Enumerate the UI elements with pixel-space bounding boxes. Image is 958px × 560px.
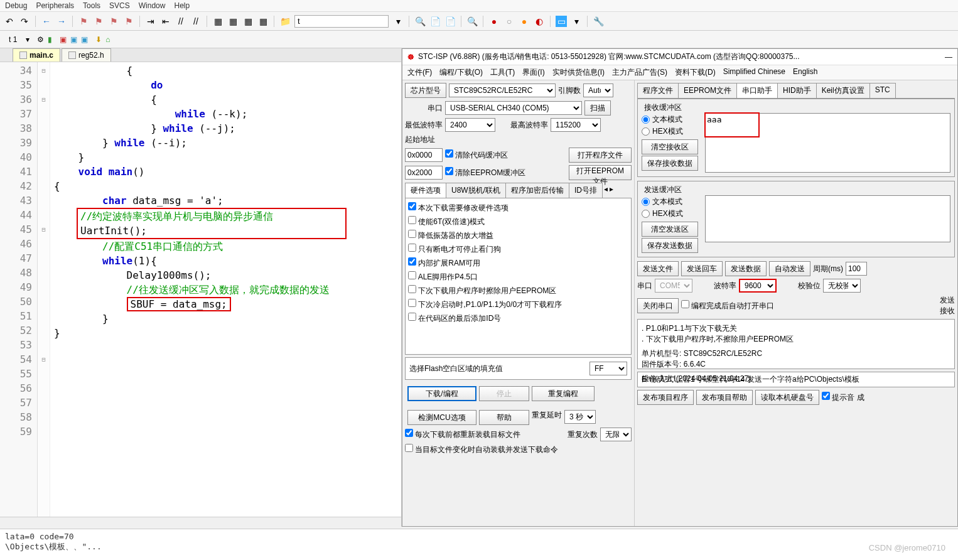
stop-button[interactable]: 停止 [479,386,529,401]
clear-eeprom-chk[interactable] [445,167,453,175]
hw-options-list[interactable]: 本次下载需要修改硬件选项 使能6T(双倍速)模式 降低振荡器的放大增益 只有断电… [405,198,632,355]
save-rx-button[interactable]: 保存接收数据 [642,156,698,171]
stc-menu-program[interactable]: 编程/下载(O) [439,67,483,78]
tab-progfile[interactable]: 程序文件 [637,83,679,98]
stc-menu-stock[interactable]: 实时供货信息(I) [552,67,605,78]
help-button[interactable]: 帮助 [479,410,529,425]
period-input[interactable] [846,262,867,276]
stc-menu-ads[interactable]: 主力产品广告(S) [612,67,667,78]
redo-icon[interactable]: ↷ [19,16,30,27]
scan-button[interactable]: 扫描 [584,100,611,116]
minimize-icon[interactable]: — [945,53,952,62]
tx-hex-radio[interactable] [642,210,650,218]
send-file-button[interactable]: 发送文件 [637,261,679,276]
dot-red2-icon[interactable]: ◐ [534,16,545,27]
search-dd-icon[interactable]: ▾ [392,16,404,27]
comment-icon[interactable]: // [175,16,186,27]
back-icon[interactable]: ← [41,16,52,27]
close-port-button[interactable]: 关闭串口 [637,298,679,313]
block4-icon[interactable]: ▦ [257,16,269,27]
uart-port-select[interactable]: COM5 [655,279,692,293]
pin-select[interactable]: Auto [583,83,613,97]
dot-orange-icon[interactable]: ● [519,16,530,27]
h-scrollbar[interactable] [0,517,401,527]
tabs-scroll-icon[interactable]: ◂ ▸ [602,183,615,198]
tab-reg52-h[interactable]: reg52.h [62,48,111,62]
dot-gray-icon[interactable]: ○ [503,16,515,27]
doc2-icon[interactable]: 📄 [444,16,456,27]
detect-mcu-button[interactable]: 检测MCU选项 [407,410,476,425]
save-tx-button[interactable]: 保存发送数据 [642,238,698,253]
code-editor[interactable]: 3435363738394041424344454647484950515253… [0,62,401,517]
folder-icon[interactable]: 📁 [279,16,291,27]
tab-eepromfile[interactable]: EEPROM文件 [678,83,737,98]
hw-opt[interactable]: 本次下载需要修改硬件选项 [408,201,628,215]
hw-opt[interactable]: 使能6T(双倍速)模式 [408,215,628,229]
tab-hardware[interactable]: 硬件选项 [405,183,446,198]
box3-icon[interactable]: ▣ [81,35,88,44]
menu-help[interactable]: Help [174,1,190,10]
tab-u8w[interactable]: U8W脱机/联机 [446,183,506,198]
flag4-icon[interactable]: ⚑ [123,16,134,27]
code-body[interactable]: { do { while (--k); } while (--j); } whi… [50,62,401,517]
debug-icon[interactable]: 🔍 [466,16,478,27]
doc-icon[interactable]: 📄 [429,16,441,27]
download-icon[interactable]: ⬇ [95,35,102,44]
block2-icon[interactable]: ▦ [227,16,239,27]
addr2-input[interactable] [405,166,443,180]
publish-prog-button[interactable]: 发布项目程序 [637,390,694,405]
publish-help-button[interactable]: 发布项目帮助 [696,390,753,405]
dd-icon[interactable]: ▾ [571,16,582,27]
menu-peripherals[interactable]: Peripherals [36,1,74,10]
tab-keil[interactable]: Keil仿真设置 [816,83,870,98]
find-icon[interactable]: 🔍 [414,16,426,27]
tx-text-radio[interactable] [642,198,650,206]
chip-select[interactable]: STC89C52RC/LE52RC [449,83,556,97]
flag3-icon[interactable]: ⚑ [108,16,119,27]
clear-tx-button[interactable]: 清空发送区 [642,222,698,237]
min-baud-select[interactable]: 2400 [445,118,495,132]
open-eeprom-button[interactable]: 打开EEPROM文件 [569,165,632,180]
clear-code-chk[interactable] [445,149,453,158]
menu-debug[interactable]: Debug [5,1,27,10]
retry-delay-select[interactable]: 3 秒 [564,410,596,424]
menu-window[interactable]: Window [139,1,166,10]
auto-open-chk[interactable] [681,300,689,308]
beep-chk[interactable] [822,392,830,400]
chip-select-button[interactable]: 芯片型号 [405,83,446,98]
menu-svcs[interactable]: SVCS [109,1,130,10]
box2-icon[interactable]: ▣ [70,35,77,44]
auto-send-button[interactable]: 自动发送 [769,261,810,276]
max-baud-select[interactable]: 115200 [551,118,601,132]
tab-stc[interactable]: STC [869,83,896,98]
rx-text-radio[interactable] [642,116,650,124]
tab-id[interactable]: ID号排 [569,183,603,198]
clear-rx-button[interactable]: 清空接收区 [642,139,698,154]
retry-count-select[interactable]: 无限 [600,428,632,441]
block-icon[interactable]: ▦ [212,16,223,27]
uncomment-icon[interactable]: // [190,16,202,27]
block3-icon[interactable]: ▦ [242,16,254,27]
tree-icon[interactable]: ▮ [48,35,52,44]
port-select[interactable]: USB-SERIAL CH340 (COM5) [445,101,582,115]
hw-opt[interactable]: 下次冷启动时,P1.0/P1.1为0/0才可下载程序 [408,298,628,311]
stc-menu-ui[interactable]: 界面(I) [522,67,544,78]
indent-icon[interactable]: ⇥ [145,16,156,27]
redownload-button[interactable]: 重复编程 [532,386,595,401]
stc-menu-lang-cn[interactable]: Simplified Chinese [723,67,785,78]
flag-icon[interactable]: ⚑ [78,16,89,27]
flash-fill-select[interactable]: FF [589,362,627,375]
stc-menu-tools[interactable]: 工具(T) [490,67,515,78]
hw-opt[interactable]: 降低振荡器的放大增益 [408,229,628,242]
window-icon[interactable]: ▭ [556,16,567,27]
wrench-icon[interactable]: 🔧 [593,16,604,27]
parity-select[interactable]: 无校验 [823,279,861,293]
hw-opt[interactable]: ALE脚用作P4.5口 [408,270,628,284]
tab-main-c[interactable]: main.c [13,48,60,62]
tab-encrypt[interactable]: 程序加密后传输 [505,183,569,198]
stc-menu-file[interactable]: 文件(F) [407,67,432,78]
flag2-icon[interactable]: ⚑ [93,16,104,27]
addr1-input[interactable] [405,148,443,162]
hw-opt[interactable]: 在代码区的最后添加ID号 [408,311,628,325]
tx-textarea[interactable] [705,195,950,242]
